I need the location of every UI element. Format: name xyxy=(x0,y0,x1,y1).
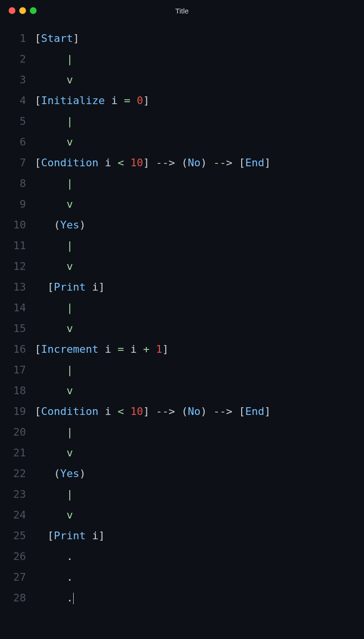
line-number: 18 xyxy=(0,380,35,401)
code-line[interactable]: 24 v xyxy=(0,505,364,525)
line-number: 21 xyxy=(0,442,35,463)
line-number: 20 xyxy=(0,422,35,442)
line-content[interactable]: v xyxy=(35,442,73,463)
close-button[interactable] xyxy=(9,7,15,14)
titlebar: Title xyxy=(0,0,364,21)
window-title: Title xyxy=(175,7,189,15)
minimize-button[interactable] xyxy=(19,7,26,14)
line-content[interactable]: | xyxy=(35,484,73,505)
line-number: 19 xyxy=(0,401,35,422)
line-content[interactable]: (Yes) xyxy=(35,214,86,235)
line-content[interactable]: v xyxy=(35,69,73,90)
code-line[interactable]: 22 (Yes) xyxy=(0,463,364,484)
maximize-button[interactable] xyxy=(30,7,37,14)
traffic-lights xyxy=(9,7,37,14)
line-content[interactable]: v xyxy=(35,194,73,214)
line-content[interactable]: . xyxy=(35,587,74,608)
line-content[interactable]: v xyxy=(35,132,73,152)
line-number: 17 xyxy=(0,359,35,380)
line-number: 4 xyxy=(0,90,35,111)
line-number: 9 xyxy=(0,194,35,214)
code-line[interactable]: 23 | xyxy=(0,484,364,505)
line-content[interactable]: . xyxy=(35,546,73,567)
line-content[interactable]: | xyxy=(35,173,73,194)
line-content[interactable]: [Start] xyxy=(35,28,79,49)
line-number: 1 xyxy=(0,28,35,49)
line-content[interactable]: [Initialize i = 0] xyxy=(35,90,149,111)
line-content[interactable]: | xyxy=(35,49,73,69)
code-line[interactable]: 14 | xyxy=(0,297,364,318)
line-number: 10 xyxy=(0,214,35,235)
code-line[interactable]: 28 . xyxy=(0,587,364,608)
code-line[interactable]: 12 v xyxy=(0,256,364,277)
code-line[interactable]: 2 | xyxy=(0,49,364,69)
line-number: 25 xyxy=(0,525,35,546)
code-line[interactable]: 19[Condition i < 10] --> (No) --> [End] xyxy=(0,401,364,422)
code-line[interactable]: 13 [Print i] xyxy=(0,277,364,297)
code-line[interactable]: 25 [Print i] xyxy=(0,525,364,546)
line-number: 27 xyxy=(0,567,35,587)
code-line[interactable]: 5 | xyxy=(0,111,364,132)
code-line[interactable]: 16[Increment i = i + 1] xyxy=(0,339,364,359)
code-editor[interactable]: 1[Start]2 |3 v4[Initialize i = 0]5 |6 v7… xyxy=(0,21,364,608)
line-content[interactable]: [Print i] xyxy=(35,277,105,297)
line-content[interactable]: | xyxy=(35,235,73,256)
line-content[interactable]: v xyxy=(35,380,73,401)
line-number: 16 xyxy=(0,339,35,359)
line-number: 22 xyxy=(0,463,35,484)
line-number: 2 xyxy=(0,49,35,69)
code-line[interactable]: 10 (Yes) xyxy=(0,214,364,235)
code-line[interactable]: 3 v xyxy=(0,69,364,90)
line-content[interactable]: | xyxy=(35,422,73,442)
line-content[interactable]: | xyxy=(35,297,73,318)
line-content[interactable]: | xyxy=(35,359,73,380)
line-number: 24 xyxy=(0,505,35,525)
code-line[interactable]: 8 | xyxy=(0,173,364,194)
line-number: 12 xyxy=(0,256,35,277)
code-line[interactable]: 18 v xyxy=(0,380,364,401)
line-number: 8 xyxy=(0,173,35,194)
line-content[interactable]: [Condition i < 10] --> (No) --> [End] xyxy=(35,152,271,173)
line-content[interactable]: (Yes) xyxy=(35,463,86,484)
line-number: 26 xyxy=(0,546,35,567)
code-line[interactable]: 6 v xyxy=(0,132,364,152)
line-content[interactable]: v xyxy=(35,505,73,525)
line-content[interactable]: [Print i] xyxy=(35,525,105,546)
code-line[interactable]: 7[Condition i < 10] --> (No) --> [End] xyxy=(0,152,364,173)
editor-window: Title 1[Start]2 |3 v4[Initialize i = 0]5… xyxy=(0,0,364,639)
line-number: 23 xyxy=(0,484,35,505)
code-line[interactable]: 15 v xyxy=(0,318,364,339)
line-content[interactable]: [Condition i < 10] --> (No) --> [End] xyxy=(35,401,271,422)
code-line[interactable]: 1[Start] xyxy=(0,28,364,49)
code-line[interactable]: 11 | xyxy=(0,235,364,256)
text-cursor xyxy=(73,593,74,604)
code-line[interactable]: 26 . xyxy=(0,546,364,567)
line-number: 5 xyxy=(0,111,35,132)
line-content[interactable]: | xyxy=(35,111,73,132)
code-line[interactable]: 17 | xyxy=(0,359,364,380)
code-line[interactable]: 9 v xyxy=(0,194,364,214)
line-number: 11 xyxy=(0,235,35,256)
line-content[interactable]: v xyxy=(35,318,73,339)
line-content[interactable]: v xyxy=(35,256,73,277)
line-number: 28 xyxy=(0,587,35,608)
code-line[interactable]: 4[Initialize i = 0] xyxy=(0,90,364,111)
line-number: 6 xyxy=(0,132,35,152)
code-line[interactable]: 21 v xyxy=(0,442,364,463)
line-number: 13 xyxy=(0,277,35,297)
code-line[interactable]: 20 | xyxy=(0,422,364,442)
line-number: 15 xyxy=(0,318,35,339)
code-line[interactable]: 27 . xyxy=(0,567,364,587)
line-number: 14 xyxy=(0,297,35,318)
line-number: 7 xyxy=(0,152,35,173)
line-number: 3 xyxy=(0,69,35,90)
line-content[interactable]: . xyxy=(35,567,73,587)
line-content[interactable]: [Increment i = i + 1] xyxy=(35,339,169,359)
